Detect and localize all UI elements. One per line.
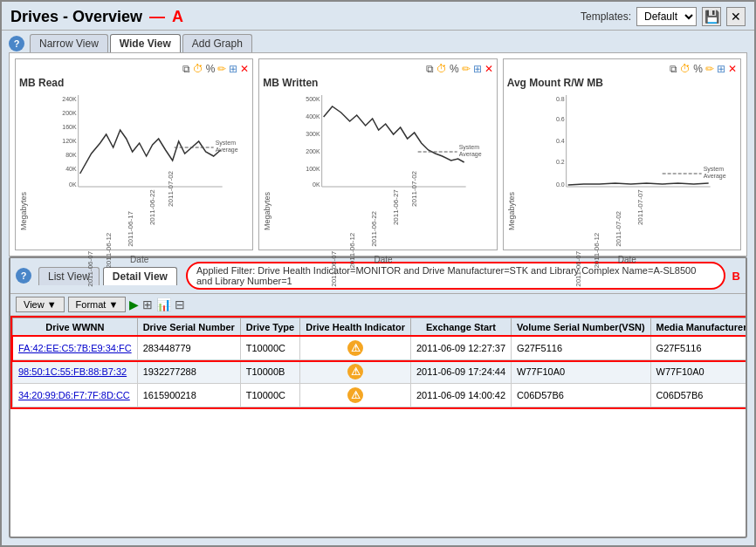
play-icon[interactable]: ▶ bbox=[129, 297, 139, 311]
chart2-content: 500K 400K 300K 200K 100K 0K System Avera… bbox=[273, 91, 492, 230]
chart1-copy-icon[interactable]: ⧉ bbox=[182, 63, 190, 75]
tab-narrow-view[interactable]: Narrow View bbox=[30, 34, 108, 52]
grid-icon[interactable]: ⊟ bbox=[175, 297, 185, 311]
charts-area: ⧉ ⏱ % ✏ ⊞ ✕ MB Read Megabytes 240K bbox=[9, 52, 747, 256]
cell-media-serial: W77F10A0 bbox=[650, 360, 746, 384]
chart2-toolbar: ⧉ ⏱ % ✏ ⊞ ✕ bbox=[263, 63, 492, 75]
chart1-edit-icon[interactable]: ✏ bbox=[217, 63, 226, 75]
warning-icon: ⚠ bbox=[347, 387, 363, 403]
table-row[interactable]: FA:42:EE:C5:7B:E9:34:FC 283448779 T10000… bbox=[13, 337, 746, 360]
chart1-body: Megabytes 240K 200K 160K 120K 80K 40K bbox=[19, 91, 249, 230]
chart1-y-label: Megabytes bbox=[19, 91, 28, 230]
chart1-close-icon[interactable]: ✕ bbox=[240, 63, 249, 75]
bottom-help-icon[interactable]: ? bbox=[16, 268, 31, 284]
svg-text:0.8: 0.8 bbox=[556, 96, 565, 102]
col-health: Drive Health Indicator bbox=[300, 318, 411, 337]
cell-exchange: 2011-06-09 17:24:44 bbox=[410, 360, 511, 384]
chart3-title: Avg Mount R/W MB bbox=[507, 77, 737, 89]
view-dropdown-icon: ▼ bbox=[47, 299, 57, 310]
chart2-copy-icon[interactable]: ⧉ bbox=[426, 63, 434, 75]
chart3-edit-icon[interactable]: ✏ bbox=[705, 63, 714, 75]
chart1-percent-icon[interactable]: % bbox=[206, 63, 216, 75]
chart2-close-icon[interactable]: ✕ bbox=[485, 63, 493, 75]
templates-select[interactable]: Default bbox=[636, 7, 697, 26]
table-icon[interactable]: ⊞ bbox=[142, 297, 153, 311]
chart2-body: Megabytes 500K 400K 300K 200K 100K 0K Sy… bbox=[263, 91, 492, 230]
cell-serial: 283448779 bbox=[137, 337, 240, 360]
svg-text:0.4: 0.4 bbox=[556, 138, 565, 144]
chart3-y-label: Megabytes bbox=[507, 91, 516, 230]
main-container: Drives - Overview — A Templates: Default… bbox=[0, 0, 756, 547]
format-menu-button[interactable]: Format ▼ bbox=[68, 297, 127, 312]
svg-text:0.2: 0.2 bbox=[556, 159, 565, 165]
cell-type: T10000C bbox=[240, 337, 299, 360]
title-arrow: — bbox=[149, 8, 165, 26]
chart1-expand-icon[interactable]: ⊞ bbox=[229, 63, 237, 75]
view-menu-label: View bbox=[24, 299, 45, 310]
col-type: Drive Type bbox=[240, 318, 299, 337]
tab-add-graph[interactable]: Add Graph bbox=[182, 34, 252, 52]
bottom-area: ? List View Detail View Applied Filter: … bbox=[9, 256, 747, 538]
chart2-y-label: Megabytes bbox=[263, 91, 271, 230]
chart-mb-written: ⧉ ⏱ % ✏ ⊞ ✕ MB Written Megabytes 500K 40… bbox=[258, 58, 497, 250]
chart3-copy-icon[interactable]: ⧉ bbox=[670, 63, 677, 75]
cell-wwnn[interactable]: 98:50:1C:55:FB:88:B7:32 bbox=[13, 360, 138, 384]
chart2-x-label: Date bbox=[273, 255, 492, 264]
templates-label: Templates: bbox=[581, 10, 631, 23]
chart2-edit-icon[interactable]: ✏ bbox=[462, 63, 471, 75]
chart2-percent-icon[interactable]: % bbox=[450, 63, 459, 75]
chart-icon-btn[interactable]: 📊 bbox=[156, 297, 171, 311]
help-icon[interactable]: ? bbox=[9, 36, 24, 51]
cell-vsn: W77F10A0 bbox=[512, 360, 651, 384]
close-button[interactable]: ✕ bbox=[726, 7, 746, 26]
svg-text:100K: 100K bbox=[306, 166, 321, 172]
tab-row: ? Narrow View Wide View Add Graph bbox=[2, 31, 754, 52]
table-container: Drive WWNN Drive Serial Number Drive Typ… bbox=[10, 316, 746, 537]
cell-wwnn[interactable]: 34:20:99:D6:F7:7F:8D:CC bbox=[13, 384, 138, 407]
cell-serial: 1932277288 bbox=[137, 360, 240, 384]
chart3-close-icon[interactable]: ✕ bbox=[728, 63, 737, 75]
chart3-clock-icon[interactable]: ⏱ bbox=[680, 63, 691, 75]
chart3-percent-icon[interactable]: % bbox=[693, 63, 703, 75]
cell-type: T10000C bbox=[240, 384, 299, 407]
svg-text:500K: 500K bbox=[306, 96, 321, 102]
chart-avg-mount: ⧉ ⏱ % ✏ ⊞ ✕ Avg Mount R/W MB Megabytes 0… bbox=[503, 58, 741, 250]
chart1-title: MB Read bbox=[19, 77, 249, 89]
col-wwnn: Drive WWNN bbox=[13, 318, 138, 337]
save-template-button[interactable]: 💾 bbox=[702, 7, 721, 26]
title-label-a: A bbox=[172, 8, 183, 26]
chart-mb-read: ⧉ ⏱ % ✏ ⊞ ✕ MB Read Megabytes 240K bbox=[15, 58, 253, 250]
cell-vsn: C06D57B6 bbox=[512, 384, 651, 407]
col-exchange: Exchange Start bbox=[410, 318, 511, 337]
svg-text:200K: 200K bbox=[62, 110, 77, 116]
filter-box: Applied Filter: Drive Health Indicator=M… bbox=[186, 262, 725, 290]
page-title: Drives - Overview bbox=[10, 8, 142, 26]
cell-type: T10000B bbox=[240, 360, 299, 384]
table-row[interactable]: 34:20:99:D6:F7:7F:8D:CC 1615900218 T1000… bbox=[13, 384, 746, 407]
chart3-x-label: Date bbox=[518, 255, 737, 264]
svg-text:0.6: 0.6 bbox=[556, 116, 565, 122]
chart2-expand-icon[interactable]: ⊞ bbox=[473, 63, 482, 75]
title-bar: Drives - Overview — A Templates: Default… bbox=[2, 2, 754, 31]
svg-text:0.0: 0.0 bbox=[556, 181, 565, 188]
svg-text:0K: 0K bbox=[69, 181, 77, 188]
format-menu-label: Format bbox=[76, 299, 107, 310]
chart2-clock-icon[interactable]: ⏱ bbox=[436, 63, 447, 75]
warning-icon: ⚠ bbox=[347, 340, 363, 356]
chart2-title: MB Written bbox=[263, 77, 492, 89]
chart3-expand-icon[interactable]: ⊞ bbox=[717, 63, 725, 75]
chart1-content: 240K 200K 160K 120K 80K 40K 0K System Av… bbox=[30, 91, 249, 230]
rows-wrapper: Drive WWNN Drive Serial Number Drive Typ… bbox=[10, 316, 746, 409]
cell-health: ⚠ bbox=[300, 337, 411, 360]
cell-vsn: G27F5116 bbox=[512, 337, 651, 360]
chart3-body: Megabytes 0.8 0.6 0.4 0.2 0.0 System bbox=[507, 91, 737, 230]
view-menu-button[interactable]: View ▼ bbox=[16, 297, 65, 312]
svg-text:240K: 240K bbox=[62, 96, 77, 102]
chart1-clock-icon[interactable]: ⏱ bbox=[193, 63, 203, 75]
svg-text:Average: Average bbox=[703, 173, 725, 180]
tab-wide-view[interactable]: Wide View bbox=[110, 34, 181, 52]
cell-wwnn[interactable]: FA:42:EE:C5:7B:E9:34:FC bbox=[13, 337, 138, 360]
table-row[interactable]: 98:50:1C:55:FB:88:B7:32 1932277288 T1000… bbox=[13, 360, 746, 384]
svg-text:200K: 200K bbox=[306, 148, 321, 154]
cell-health: ⚠ bbox=[300, 384, 411, 407]
